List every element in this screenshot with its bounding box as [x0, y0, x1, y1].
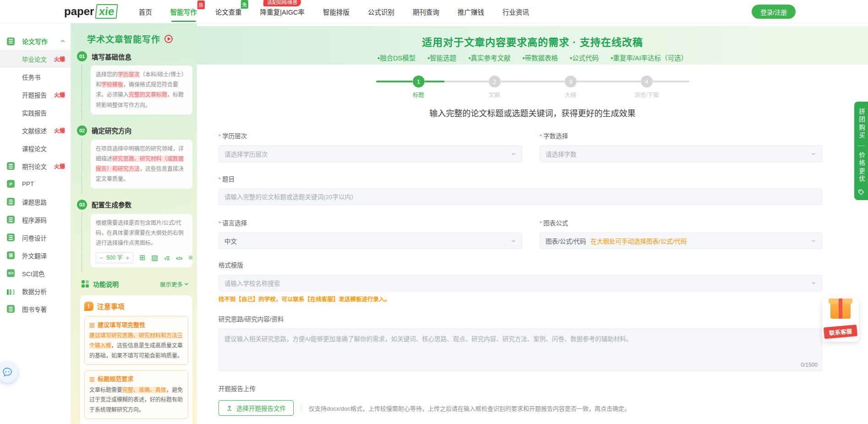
charts-formula-note: 在大纲处可手动选择图表/公式/代码	[591, 236, 687, 245]
image-icon[interactable]	[151, 254, 158, 261]
list-icon[interactable]	[188, 254, 192, 261]
logo-text-xie: xie	[95, 4, 119, 19]
nav-industry-news[interactable]: 行业资讯	[502, 5, 529, 18]
book-icon	[89, 320, 95, 330]
guide-step-1: 01填写基础信息 选择您的学历层次（本科/硕士/博士）和学校模板，确保格式规范符…	[77, 51, 192, 119]
word-count-stepper: − 500 字 +	[96, 252, 133, 263]
sidebar-item-sci-polish[interactable]: SCISCI润色	[0, 264, 71, 282]
gift-icon	[830, 302, 851, 319]
group-buy-tab[interactable]: 拼团购买 价格更优	[854, 102, 868, 200]
step-download: 4浏览/下载	[641, 76, 653, 87]
sidebar-item-graduation-thesis[interactable]: 毕业论文火爆	[0, 50, 71, 68]
main-nav: 首页 智能写作热 论文查重免 适配知网/维普降重复|AIGC率 智能排版 公式识…	[139, 5, 529, 18]
play-video-icon[interactable]	[164, 35, 173, 43]
upload-hint: 仅支持docx/doc格式，上传较慢需耐心等待，上传之后请在输入框检查识别的要求…	[301, 404, 630, 413]
sidebar-item-task-book[interactable]: 任务书	[0, 68, 71, 86]
sidebar-item-literature-review[interactable]: 文献综述火爆	[0, 121, 71, 139]
grid-icon	[82, 280, 89, 288]
nav-journal-search[interactable]: 期刊查询	[413, 5, 439, 18]
upload-proposal-button[interactable]: 选择开题报告文件	[218, 400, 294, 416]
step-title: 1标题	[413, 76, 425, 87]
sidebar-item-course-paper[interactable]: 课程论文	[0, 139, 71, 157]
nav-formula-ocr[interactable]: 公式识别	[368, 5, 394, 18]
charts-formula-select[interactable]: 图表/公式/代码 在大纲处可手动选择图表/公式/代码	[540, 233, 822, 249]
title-input[interactable]	[218, 189, 822, 205]
format-template-select[interactable]: 请输入学校名称搜索	[218, 275, 822, 291]
contact-service-widget[interactable]: 联系客服	[822, 299, 859, 342]
word-minus-button[interactable]: −	[99, 254, 103, 261]
word-count-select[interactable]: 请选择字数	[540, 146, 822, 162]
show-more-link[interactable]: 展示更多	[160, 280, 189, 288]
step-number: 01	[77, 51, 87, 61]
sidebar-item-proposal-report[interactable]: 开题报告火爆	[0, 86, 71, 103]
hot-badge: 热	[197, 0, 205, 9]
title-label: 题目	[218, 174, 822, 183]
nav-smart-typeset[interactable]: 智能排版	[323, 5, 349, 18]
survey-icon	[7, 234, 15, 241]
language-select[interactable]: 中文	[218, 233, 522, 249]
bar-chart-icon	[7, 287, 15, 295]
features-label: 功能说明	[93, 279, 119, 288]
login-register-button[interactable]: 登录/注册	[752, 5, 796, 19]
alert-bubble-icon	[84, 302, 93, 311]
sidebar-item-source-code[interactable]: 程序源码	[0, 211, 71, 228]
nav-smart-writing[interactable]: 智能写作热	[170, 5, 197, 18]
format-template-label: 格式模版	[218, 260, 822, 269]
group-buy-label: 拼团购买	[857, 108, 866, 140]
document-icon	[89, 374, 95, 384]
source-code-icon	[7, 216, 15, 223]
writing-guide-panel: 学术文章智能写作 01填写基础信息 选择您的学历层次（本科/硕士/博士）和学校模…	[71, 23, 197, 424]
nav-reduce-aigc[interactable]: 适配知网/维普降重复|AIGC率	[260, 5, 305, 18]
chevron-down-icon	[511, 238, 516, 244]
word-plus-button[interactable]: +	[126, 254, 130, 261]
edu-level-select[interactable]: 请选择学历层次	[218, 146, 522, 162]
step-description: 在项目选择中明确您的研究领域，详细描述研究思路、研究材料（或数据报告）和研究方法…	[91, 140, 192, 189]
banner-feature: •带数据表格	[522, 53, 558, 62]
sidebar-group-paper-writing[interactable]: 论文写作	[0, 33, 71, 50]
sidebar-item-journal-paper[interactable]: 期刊论文火爆	[0, 157, 71, 175]
notice-box-completeness: 建议填写项完整性 建议填写研究思路、研究材料和方法三个输入框，这些信息是生成高质…	[84, 316, 188, 365]
sidebar-item-topic-ideas[interactable]: 课题思路	[0, 193, 71, 211]
step-description: 根据需要选择是否包含图片/公式/代码，在具体要求需要在大纲处的右侧进行选择操作点…	[91, 214, 192, 268]
better-price-label: 价格更优	[857, 152, 866, 184]
hot-tag: 火爆	[54, 55, 65, 63]
chevron-down-icon	[811, 238, 816, 244]
sidebar-item-survey-design[interactable]: 问卷设计	[0, 228, 71, 246]
hot-tag: 火爆	[54, 162, 65, 170]
step-outline: 3大纲	[565, 76, 577, 87]
banner-feature: •融合DS模型	[377, 53, 415, 62]
ppt-icon: P	[7, 180, 15, 188]
sidebar-item-data-analysis[interactable]: 数据分析	[0, 282, 71, 300]
logo[interactable]: paperxie	[64, 4, 118, 19]
cnki-badge: 适配知网/维普	[263, 0, 301, 6]
char-counter: 0/1500	[801, 362, 818, 368]
banner-feature: •重复率/AI率达标（可选）	[611, 53, 688, 62]
books-icon	[7, 305, 15, 313]
formula-icon[interactable]	[164, 254, 170, 261]
chevron-down-icon	[511, 151, 516, 157]
idea-icon	[7, 198, 15, 206]
step-number: 03	[77, 200, 87, 210]
banner-feature: •真实参考文献	[468, 53, 510, 62]
table-icon[interactable]	[139, 254, 145, 261]
chevron-down-icon	[811, 280, 816, 286]
code-icon[interactable]	[176, 254, 182, 261]
translate-icon: 译	[7, 251, 15, 259]
sidebar-item-translation[interactable]: 译外文翻译	[0, 246, 71, 264]
page-instruction: 输入完整的论文标题或选题关键词，获得更好的生成效果	[197, 107, 868, 119]
price-tag-icon	[858, 189, 864, 196]
top-navbar: paperxie 首页 智能写作热 论文查重免 适配知网/维普降重复|AIGC率…	[0, 0, 868, 23]
doc-pen-icon	[7, 38, 15, 45]
upload-icon	[226, 405, 233, 411]
step-number: 02	[77, 125, 87, 136]
sidebar-item-ppt[interactable]: PPPT	[0, 175, 71, 193]
research-textarea[interactable]	[218, 329, 822, 371]
sidebar-item-books[interactable]: 图书专著	[0, 300, 71, 318]
word-count-label: 字数选择	[540, 131, 822, 140]
nav-plagiarism-check[interactable]: 论文查重免	[215, 5, 242, 18]
sidebar-item-practice-report[interactable]: 实践报告	[0, 103, 71, 121]
nav-home[interactable]: 首页	[139, 5, 152, 18]
nav-promotion[interactable]: 推广赚钱	[458, 5, 484, 18]
word-count-value: 500 字	[106, 253, 122, 263]
logo-text-paper: paper	[64, 5, 94, 18]
